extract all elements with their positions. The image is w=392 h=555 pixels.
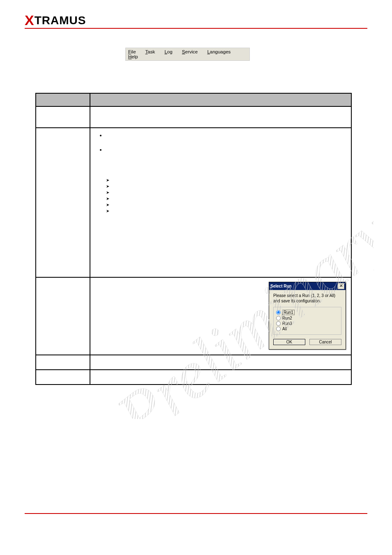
arrow-list	[106, 177, 347, 214]
table-header-1	[36, 93, 90, 106]
cell-label	[36, 355, 90, 370]
ok-button[interactable]: OK	[273, 339, 305, 345]
radio-all[interactable]: All	[276, 327, 339, 331]
menu-bar-screenshot: File Task Log Service Languages Help	[125, 48, 250, 61]
dialog-title: Select Run	[270, 284, 292, 288]
cell-label	[36, 277, 90, 355]
list-item	[106, 201, 347, 207]
list-item	[106, 147, 347, 153]
close-icon[interactable]: ✕	[338, 283, 344, 289]
table-row	[36, 128, 351, 277]
menu-task[interactable]: Task	[145, 49, 159, 54]
radio-label: All	[282, 327, 287, 331]
list-item	[106, 195, 347, 201]
footer-divider	[25, 513, 367, 514]
bullet-list	[106, 132, 347, 153]
list-item	[106, 177, 347, 183]
select-run-dialog: Select Run ✕ Please select a Run (1, 2, …	[269, 282, 346, 350]
logo-rest: TRAMUS	[35, 14, 86, 27]
cell-content	[90, 355, 351, 370]
list-item	[106, 183, 347, 189]
table-header-2	[90, 93, 351, 106]
list-item	[106, 207, 347, 214]
file-menu-description-table: Select Run ✕ Please select a Run (1, 2, …	[35, 93, 352, 385]
logo-x-letter: X	[25, 12, 35, 28]
radio-label: Run3	[282, 321, 292, 326]
run-options-group: Run1 Run2 Run3	[273, 307, 341, 335]
cell-label	[36, 106, 90, 128]
list-item	[106, 132, 347, 138]
radio-label: Run1	[282, 310, 295, 315]
brand-logo: XTRAMUS	[25, 12, 86, 28]
dialog-titlebar: Select Run ✕	[269, 282, 346, 290]
cell-content	[90, 370, 351, 385]
menu-log[interactable]: Log	[164, 49, 176, 54]
radio-run3[interactable]: Run3	[276, 321, 339, 326]
list-item	[106, 189, 347, 195]
radio-input-run3[interactable]	[276, 321, 281, 326]
radio-label: Run2	[282, 316, 292, 320]
radio-input-all[interactable]	[276, 327, 281, 331]
radio-run2[interactable]: Run2	[276, 316, 339, 320]
table-row	[36, 106, 351, 128]
radio-run1[interactable]: Run1	[276, 310, 339, 315]
radio-input-run1[interactable]	[276, 310, 281, 315]
cell-label	[36, 128, 90, 277]
menu-file[interactable]: File	[128, 49, 140, 54]
cell-content-with-dialog: Select Run ✕ Please select a Run (1, 2, …	[90, 277, 351, 355]
radio-input-run2[interactable]	[276, 316, 281, 320]
menu-languages[interactable]: Languages	[207, 49, 235, 54]
dialog-message: Please select a Run (1, 2, 3 or All) and…	[273, 293, 341, 304]
menu-help[interactable]: Help	[128, 54, 142, 59]
table-header-row	[36, 93, 351, 106]
menu-service[interactable]: Service	[182, 49, 202, 54]
table-row: Select Run ✕ Please select a Run (1, 2, …	[36, 277, 351, 355]
cell-label	[36, 370, 90, 385]
table-row	[36, 355, 351, 370]
cancel-button[interactable]: Cancel	[309, 339, 341, 345]
cell-content	[90, 106, 351, 128]
table-row	[36, 370, 351, 385]
cell-content	[90, 128, 351, 277]
header-divider	[25, 28, 367, 29]
